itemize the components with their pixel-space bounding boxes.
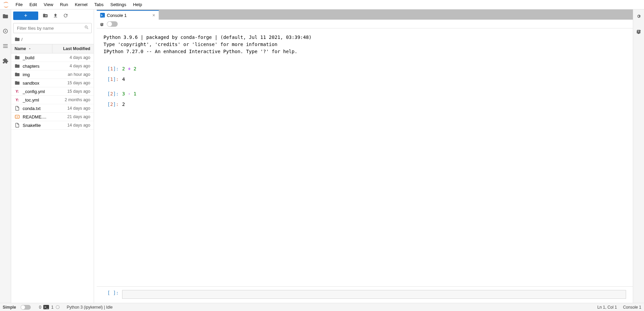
menu-tabs[interactable]: Tabs: [91, 1, 107, 8]
svg-point-0: [4, 2, 4, 3]
file-modified: 4 days ago: [52, 62, 94, 70]
refresh-icon[interactable]: [63, 13, 69, 19]
out-prompt: [1]:: [104, 76, 122, 83]
file-modified: 15 days ago: [52, 88, 94, 95]
file-list: _build4 days agochapters4 days agoimgan …: [11, 53, 94, 303]
console-icon: >_: [100, 13, 105, 18]
console-out-cell: [2]:2: [104, 101, 626, 108]
menu-help[interactable]: Help: [130, 1, 145, 8]
file-name: sandbox: [23, 81, 39, 86]
activity-toc-icon[interactable]: [1, 42, 9, 50]
status-count-b: 1: [51, 305, 53, 310]
svg-text:M: M: [17, 116, 18, 118]
console-out-cell: [1]:4: [104, 76, 626, 83]
in-code: 3 - 1: [122, 90, 136, 97]
new-launcher-button[interactable]: +: [13, 12, 38, 20]
status-active-tab[interactable]: Console 1: [623, 305, 641, 310]
file-row[interactable]: imgan hour ago: [11, 70, 94, 79]
in-prompt: [2]:: [104, 90, 122, 97]
resize-handle[interactable]: [94, 9, 97, 303]
folder-icon: [15, 80, 20, 86]
tab-close-icon[interactable]: ×: [153, 13, 155, 18]
file-name: chapters: [23, 64, 40, 69]
file-name: _build: [23, 55, 34, 60]
sort-asc-icon: [28, 47, 31, 50]
console-output[interactable]: Python 3.9.6 | packaged by conda-forge |…: [97, 28, 633, 286]
console-input[interactable]: [122, 290, 626, 299]
activity-bar-left: [0, 9, 11, 303]
md-icon: M: [15, 114, 20, 119]
menu-run[interactable]: Run: [56, 1, 71, 8]
file-browser: + /: [11, 9, 94, 303]
activity-bar-right: [633, 9, 644, 303]
file-row[interactable]: _build4 days ago: [11, 53, 94, 62]
file-icon: [15, 106, 20, 111]
file-modified: 2 months ago: [52, 96, 94, 104]
menu-edit[interactable]: Edit: [26, 1, 40, 8]
file-modified: 14 days ago: [52, 121, 94, 129]
menu-settings[interactable]: Settings: [107, 1, 130, 8]
file-name: img: [23, 72, 30, 77]
col-header-name[interactable]: Name: [11, 44, 52, 53]
file-modified: an hour ago: [52, 71, 94, 78]
in-prompt: [1]:: [104, 65, 122, 72]
jupyter-logo: [3, 1, 9, 8]
bug-icon[interactable]: [99, 22, 104, 26]
file-row[interactable]: sandbox15 days ago: [11, 79, 94, 87]
simple-mode-label: Simple: [3, 305, 16, 310]
file-row[interactable]: MREADME....21 days ago: [11, 113, 94, 121]
status-count-a: 0: [39, 305, 41, 310]
yaml-icon: Y:: [15, 97, 20, 103]
svg-point-5: [56, 306, 60, 309]
yaml-icon: Y:: [15, 89, 20, 94]
out-value: 4: [122, 76, 125, 83]
file-modified: 15 days ago: [52, 79, 94, 87]
menu-view[interactable]: View: [40, 1, 56, 8]
out-value: 2: [122, 101, 125, 108]
console-in-cell: [2]:3 - 1: [104, 90, 626, 97]
menubar: File Edit View Run Kernel Tabs Settings …: [0, 0, 644, 9]
svg-rect-2: [5, 31, 6, 32]
status-counts[interactable]: 0 >_ 1: [39, 305, 60, 310]
col-header-modified[interactable]: Last Modified: [52, 44, 94, 53]
file-row[interactable]: conda.txt14 days ago: [11, 104, 94, 113]
file-row[interactable]: Y:_config.yml15 days ago: [11, 87, 94, 96]
console-toolbar: [97, 20, 633, 28]
file-modified: 4 days ago: [52, 54, 94, 61]
breadcrumb-root: /: [21, 37, 23, 42]
file-name: Snakefile: [23, 123, 41, 128]
property-inspector-icon[interactable]: [635, 12, 643, 20]
menu-kernel[interactable]: Kernel: [71, 1, 91, 8]
activity-folder-icon[interactable]: [1, 12, 9, 20]
search-icon: [84, 25, 89, 30]
filter-files-input[interactable]: [13, 23, 92, 33]
tab-console-1[interactable]: >_ Console 1 ×: [97, 10, 159, 20]
activity-extensions-icon[interactable]: [1, 57, 9, 65]
file-name: _toc.yml: [23, 97, 39, 103]
folder-icon: [15, 55, 20, 60]
debugger-toggle[interactable]: [107, 21, 118, 27]
file-modified: 21 days ago: [52, 113, 94, 120]
folder-icon: [15, 63, 20, 69]
file-row[interactable]: Snakefile14 days ago: [11, 121, 94, 130]
menu-file[interactable]: File: [12, 1, 26, 8]
breadcrumb[interactable]: /: [11, 35, 94, 44]
file-icon: [15, 123, 20, 128]
status-bar: Simple 0 >_ 1 Python 3 (ipykernel) | Idl…: [0, 303, 644, 311]
file-name: README....: [23, 114, 46, 119]
debugger-icon[interactable]: [635, 27, 643, 35]
file-row[interactable]: Y:_toc.yml2 months ago: [11, 96, 94, 104]
activity-running-icon[interactable]: [1, 27, 9, 35]
main-area: >_ Console 1 × Python 3.9.6 | packaged b…: [97, 9, 633, 303]
kernel-status-icon: [55, 305, 60, 309]
cursor-position[interactable]: Ln 1, Col 1: [597, 305, 617, 310]
file-row[interactable]: chapters4 days ago: [11, 62, 94, 70]
new-folder-icon[interactable]: [42, 13, 48, 19]
simple-mode-toggle[interactable]: [21, 305, 31, 310]
console-banner: Python 3.9.6 | packaged by conda-forge |…: [104, 34, 626, 55]
console-in-cell: [1]:2 + 2: [104, 65, 626, 72]
upload-icon[interactable]: [52, 13, 59, 19]
file-name: _config.yml: [23, 89, 45, 94]
kernel-status[interactable]: Python 3 (ipykernel) | Idle: [67, 305, 113, 310]
file-toolbar: +: [11, 9, 94, 22]
